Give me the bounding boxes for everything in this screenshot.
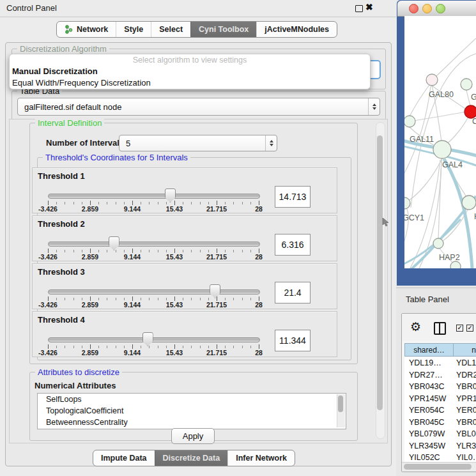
tick-label: 2.859 — [82, 253, 98, 261]
tab-network[interactable]: Network — [57, 22, 116, 37]
network-nodes — [404, 74, 476, 268]
table-row[interactable]: YER054CYER0… — [404, 404, 476, 417]
tick-label: 15.43 — [166, 205, 183, 213]
network-canvas[interactable]: GAL80 GAL11 GAL4 GCY1 HAP2 G C H — [404, 16, 476, 268]
tick-mark — [56, 202, 57, 204]
tab-cyni-toolbox[interactable]: Cyni Toolbox — [190, 22, 256, 37]
tab-style[interactable]: Style — [116, 22, 151, 37]
tick-mark — [98, 346, 99, 348]
tab-impute-data[interactable]: Impute Data — [93, 450, 155, 466]
threshold-1-slider-track[interactable] — [48, 194, 260, 199]
tick-mark — [132, 296, 133, 301]
tick-mark — [65, 202, 65, 204]
threshold-4-value-field[interactable]: 11.344 — [275, 330, 311, 351]
horizontal-scrollbar-thumb[interactable] — [404, 464, 472, 470]
attribute-item[interactable]: TopologicalCoefficient — [38, 405, 346, 417]
checkbox-icon[interactable]: ✓ — [466, 325, 473, 332]
mac-zoom-icon[interactable] — [436, 4, 445, 13]
tick-mark — [141, 298, 141, 300]
tick-mark — [98, 250, 99, 252]
dropdown-option-equal-width[interactable]: Equal Width/Frequency Discretization — [10, 77, 370, 89]
tick-label: 28 — [255, 205, 263, 213]
control-panel-titlebar: Control Panel ✖ — [0, 0, 396, 17]
table-row[interactable]: YBR045CYBR0… — [404, 417, 476, 429]
tick-mark — [233, 298, 234, 300]
tab-jactivemnodules[interactable]: jActiveMNodules — [256, 22, 337, 37]
slider-tick-labels: -3.4262.8599.14415.4321.71528 — [48, 301, 259, 309]
numerical-attributes-list[interactable]: SelfLoopsTopologicalCoefficientBetweenne… — [37, 393, 346, 429]
gear-icon[interactable]: ⚙ — [410, 319, 421, 334]
list-scrollbar-thumb[interactable] — [338, 395, 343, 412]
column-layout-icon[interactable] — [434, 322, 446, 335]
tick-mark — [242, 250, 243, 252]
checkbox-icon[interactable]: ✓ — [456, 325, 463, 332]
tab-discretize-data[interactable]: Discretize Data — [155, 450, 228, 466]
vertical-scrollbar[interactable] — [376, 122, 385, 439]
threshold-4-slider-track[interactable] — [48, 337, 260, 342]
tick-label: 9.144 — [124, 253, 141, 261]
slider-tick-labels: -3.4262.8599.14415.4321.71528 — [48, 349, 259, 357]
tab-select[interactable]: Select — [151, 22, 190, 37]
tick-mark — [242, 202, 243, 204]
table-row[interactable]: YIL052CYIL0… — [404, 452, 476, 463]
table-data-group: Table Data galFiltered.sif default node — [12, 91, 386, 120]
tick-mark — [250, 298, 251, 300]
tick-mark — [56, 346, 57, 348]
table-row[interactable]: YDR27…YDR2… — [404, 369, 476, 381]
tick-mark — [48, 249, 49, 253]
table-row[interactable]: YBL079WYBL0… — [404, 428, 476, 440]
tab-infer-network-label: Infer Network — [236, 454, 287, 463]
tick-label: -3.426 — [38, 205, 58, 213]
tick-mark — [149, 202, 150, 204]
table-row[interactable]: YDL19…YDL1… — [404, 357, 476, 369]
float-window-icon[interactable] — [355, 5, 363, 12]
threshold-2-label: Threshold 2 — [38, 219, 85, 229]
tab-jactivemnodules-label: jActiveMNodules — [265, 25, 329, 34]
table-cell: YER0… — [453, 406, 476, 415]
tick-mark — [200, 346, 201, 348]
threshold-3-slider-track[interactable] — [48, 289, 260, 295]
interval-definition-title: Interval Definition — [35, 118, 104, 128]
tick-mark — [217, 296, 217, 301]
vertical-scrollbar-thumb[interactable] — [377, 135, 383, 410]
tick-mark — [107, 298, 107, 300]
column-header-shared-name[interactable]: shared… — [404, 343, 454, 357]
tick-mark — [141, 346, 141, 348]
tick-label: 15.43 — [166, 301, 183, 309]
tick-mark — [174, 201, 175, 205]
table-row[interactable]: YPR145WYPR1… — [404, 393, 476, 405]
tick-mark — [200, 250, 201, 252]
tick-mark — [174, 296, 175, 301]
mac-minimize-icon[interactable] — [422, 4, 432, 13]
tick-mark — [132, 201, 133, 205]
table-row[interactable]: YBR043CYBR0… — [404, 381, 476, 393]
dropdown-option-manual[interactable]: Manual Discretization — [10, 66, 370, 77]
mac-close-icon[interactable] — [409, 4, 418, 13]
tick-mark — [166, 202, 167, 204]
threshold-2-value-field[interactable]: 6.316 — [275, 234, 311, 256]
tab-infer-network[interactable]: Infer Network — [227, 450, 295, 466]
table-data-combobox[interactable]: galFiltered.sif default node — [17, 98, 380, 116]
horizontal-scrollbar[interactable] — [402, 462, 476, 472]
attribute-item[interactable]: BetweennessCentrality — [38, 417, 346, 428]
threshold-1-value-field[interactable]: 14.713 — [275, 186, 311, 208]
number-of-intervals-combobox[interactable]: 5 — [119, 135, 277, 151]
list-scrollbar[interactable] — [337, 394, 345, 427]
node-gal80 — [426, 74, 438, 86]
threshold-2-slider-track[interactable] — [48, 242, 260, 247]
list-items: SelfLoopsTopologicalCoefficientBetweenne… — [38, 394, 346, 428]
tick-mark — [82, 298, 82, 300]
table-row[interactable]: YLR345WYLR3… — [404, 440, 476, 452]
node-gal11 — [404, 116, 415, 127]
apply-button[interactable]: Apply — [171, 428, 215, 444]
threshold-3-value-field[interactable]: 21.4 — [275, 282, 311, 303]
tab-select-label: Select — [159, 25, 183, 34]
tick-mark — [191, 202, 192, 204]
threshold-coordinates-title: Threshold's Coordinates for 5 Intervals — [43, 153, 190, 162]
close-icon[interactable]: ✖ — [365, 2, 373, 12]
attribute-item[interactable]: SelfLoops — [38, 394, 346, 405]
column-header-name[interactable]: n… — [454, 343, 476, 357]
threshold-1-label: Threshold 1 — [38, 171, 85, 181]
tick-mark — [250, 202, 251, 204]
threshold-1-panel: Threshold 1 -3.4262.8599.14415.4321.7152… — [32, 167, 337, 213]
